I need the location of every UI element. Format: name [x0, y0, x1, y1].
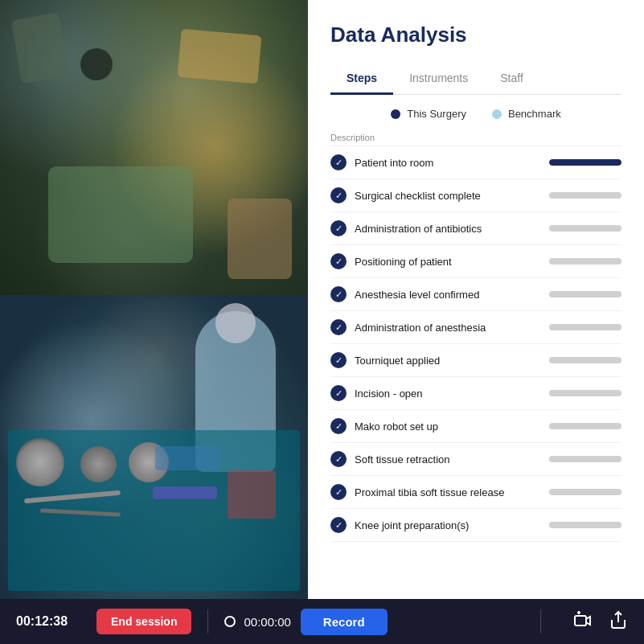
progress-bar: [549, 456, 621, 462]
row-label: Soft tissue retraction: [355, 453, 541, 466]
progress-bar: [549, 192, 621, 199]
staff-head: [215, 303, 256, 343]
progress-bar: [549, 225, 621, 232]
row-label: Mako robot set up: [355, 420, 541, 433]
table-row: Tourniquet applied: [330, 344, 621, 377]
progress-bar: [549, 324, 621, 330]
session-timer: 00:12:38: [16, 614, 88, 629]
row-label: Administration of anesthesia: [355, 322, 541, 334]
instrument-3: [153, 486, 217, 499]
legend: This Surgery Benchmark: [308, 95, 644, 126]
panel-title: Data Analysis: [330, 23, 621, 47]
toolbar-divider-2: [540, 609, 541, 634]
progress-bar: [549, 357, 621, 363]
progress-bar: [549, 390, 621, 396]
tab-instruments[interactable]: Instruments: [393, 64, 484, 95]
check-icon: [330, 484, 347, 500]
table-row: Proximal tibia soft tissue release: [330, 476, 621, 509]
check-icon: [330, 451, 347, 467]
video-top-bg: [0, 0, 308, 295]
table-header-description: Description: [330, 133, 375, 142]
check-icon: [330, 418, 347, 434]
toolbar: 00:12:38 End session 00:00:00 Record: [0, 599, 644, 644]
row-label: Anesthesia level confirmed: [355, 289, 541, 301]
record-section: 00:00:00: [224, 615, 290, 629]
legend-benchmark: Benchmark: [492, 108, 561, 120]
progress-bar: [549, 159, 621, 166]
table-row: Administration of antibiotics: [330, 212, 621, 245]
progress-bar: [549, 489, 621, 495]
toolbar-divider-1: [207, 609, 208, 634]
tab-staff[interactable]: Staff: [484, 64, 539, 95]
progress-bar: [549, 423, 621, 429]
surgical-element-2: [178, 29, 262, 84]
data-table: Description Patient into roomSurgical ch…: [308, 126, 644, 607]
table-row: Anesthesia level confirmed: [330, 278, 621, 311]
bowl-2: [80, 446, 117, 482]
instrument-2: [40, 508, 121, 516]
record-timer: 00:00:00: [244, 615, 290, 629]
table-header: Description: [330, 126, 621, 146]
check-icon: [330, 352, 347, 368]
row-label: Tourniquet applied: [355, 355, 541, 367]
legend-dot-benchmark: [492, 109, 502, 119]
instrument-1: [24, 490, 121, 503]
panel-header: Data Analysis Steps Instruments Staff: [308, 0, 644, 95]
check-icon: [330, 319, 347, 335]
table-row: Soft tissue retraction: [330, 443, 621, 476]
svg-rect-0: [575, 616, 586, 626]
legend-this-surgery: This Surgery: [391, 108, 466, 120]
progress-bar: [549, 258, 621, 265]
tab-steps[interactable]: Steps: [330, 64, 393, 95]
legend-surgery-label: This Surgery: [407, 108, 466, 120]
table-row: Mako robot set up: [330, 410, 621, 443]
row-label: Proximal tibia soft tissue release: [355, 486, 541, 498]
record-indicator: [224, 616, 236, 627]
share-icon[interactable]: [609, 610, 628, 634]
check-icon: [330, 187, 347, 203]
table-rows-container: Patient into roomSurgical checklist comp…: [330, 146, 621, 542]
table-row: Knee joint preparation(s): [330, 509, 621, 542]
legend-dot-surgery: [391, 109, 400, 119]
row-label: Knee joint preparation(s): [355, 519, 541, 531]
data-panel: Data Analysis Steps Instruments Staff Th…: [308, 0, 644, 607]
row-label: Incision - open: [355, 388, 541, 400]
add-camera-icon[interactable]: [573, 610, 593, 634]
toolbar-right: [524, 609, 628, 634]
legend-benchmark-label: Benchmark: [508, 108, 561, 120]
check-icon: [330, 154, 347, 170]
progress-bar: [549, 291, 621, 297]
row-label: Administration of antibiotics: [355, 223, 541, 235]
table-row: Administration of anesthesia: [330, 311, 621, 344]
surgical-clamp: [80, 48, 113, 80]
check-icon: [330, 286, 347, 302]
video-bottom-bg: [0, 295, 308, 607]
check-icon: [330, 517, 347, 533]
check-icon: [330, 220, 347, 236]
video-bottom: [0, 295, 308, 607]
row-label: Patient into room: [355, 157, 541, 169]
progress-bar-fill: [549, 159, 621, 166]
table-row: Positioning of patient: [330, 245, 621, 278]
surgical-element-3: [48, 166, 193, 263]
row-label: Positioning of patient: [355, 256, 541, 268]
video-top: [0, 0, 308, 295]
table-row: Incision - open: [330, 377, 621, 410]
table-row: Patient into room: [330, 146, 621, 179]
tabs: Steps Instruments Staff: [330, 64, 621, 95]
check-icon: [330, 385, 347, 401]
record-button[interactable]: Record: [301, 609, 388, 635]
row-label: Surgical checklist complete: [355, 190, 541, 202]
check-icon: [330, 253, 347, 269]
surgical-element-4: [228, 199, 292, 279]
table-row: Surgical checklist complete: [330, 179, 621, 212]
instrument-4: [155, 446, 219, 470]
instrument-table: [8, 430, 300, 591]
progress-bar: [549, 522, 621, 528]
bowl-1: [16, 438, 64, 486]
end-session-button[interactable]: End session: [96, 609, 191, 634]
instrument-package: [228, 470, 276, 519]
video-area: [0, 0, 308, 607]
